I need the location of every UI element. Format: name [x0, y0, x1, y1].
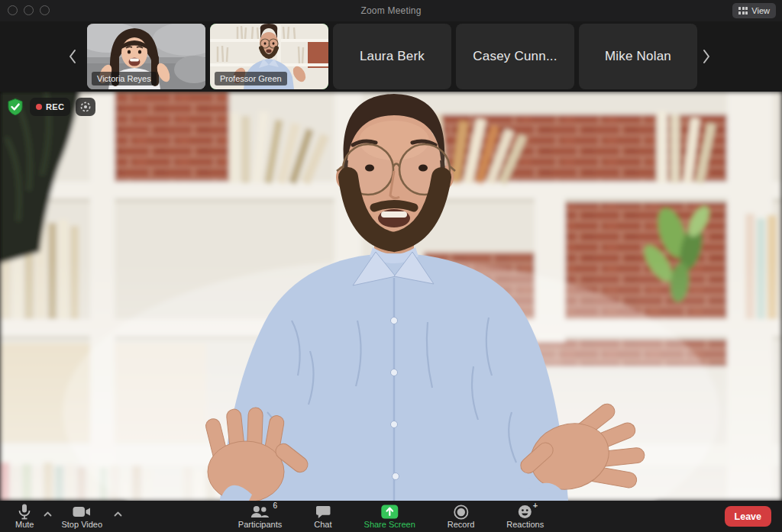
- chevron-right-icon: [702, 49, 711, 64]
- view-button-label: View: [751, 6, 770, 15]
- participant-tile-casey-cunn[interactable]: Casey Cunn...: [456, 24, 574, 89]
- focus-mode-badge[interactable]: [76, 98, 95, 116]
- window-titlebar: Zoom Meeting View: [0, 0, 782, 21]
- participant-filmstrip: Victoria Reyes: [0, 21, 782, 92]
- mute-label: Mute: [15, 520, 34, 529]
- record-button[interactable]: Record: [448, 504, 474, 529]
- chat-label: Chat: [314, 520, 331, 529]
- stop-video-button[interactable]: Stop Video: [61, 504, 102, 529]
- filmstrip-prev-button[interactable]: [63, 21, 82, 92]
- video-options-caret[interactable]: [114, 506, 122, 520]
- participant-name-label: Professor Green: [215, 72, 287, 85]
- participants-icon: [250, 505, 270, 519]
- share-screen-label: Share Screen: [364, 520, 415, 529]
- encryption-badge[interactable]: [6, 98, 24, 116]
- main-video-feed: [0, 92, 782, 501]
- participant-tile-laura-berk[interactable]: Laura Berk: [333, 24, 451, 89]
- stop-video-label: Stop Video: [61, 520, 102, 529]
- chat-button[interactable]: Chat: [314, 504, 331, 529]
- maximize-button[interactable]: [40, 5, 50, 15]
- reactions-label: Reactions: [506, 520, 544, 529]
- recording-label: REC: [46, 102, 64, 111]
- participant-name: Casey Cunn...: [473, 49, 557, 64]
- chevron-left-icon: [68, 49, 77, 64]
- filmstrip-tiles: Victoria Reyes: [87, 24, 697, 89]
- share-screen-icon: [381, 505, 399, 519]
- traffic-lights: [8, 5, 50, 15]
- focus-icon: [79, 101, 92, 113]
- active-speaker-video: REC: [0, 92, 782, 501]
- meeting-toolbar: Mute Stop Video: [0, 501, 782, 532]
- view-layout-icon: [738, 7, 748, 15]
- record-label: Record: [448, 520, 474, 529]
- filmstrip-next-button[interactable]: [696, 21, 716, 92]
- minimize-button[interactable]: [24, 5, 34, 15]
- meeting-status-badges: REC: [6, 98, 95, 116]
- reactions-smiley-icon: [518, 505, 532, 519]
- chevron-up-icon: [114, 511, 122, 517]
- zoom-meeting-window: Zoom Meeting View: [0, 0, 782, 532]
- microphone-icon: [18, 504, 31, 520]
- shield-check-icon: [6, 98, 24, 116]
- video-camera-icon: [73, 506, 91, 517]
- window-title: Zoom Meeting: [0, 5, 782, 16]
- mute-button[interactable]: Mute: [15, 504, 34, 529]
- close-button[interactable]: [8, 5, 18, 15]
- mute-options-caret[interactable]: [44, 506, 52, 520]
- participant-name: Mike Nolan: [605, 49, 671, 64]
- record-icon: [454, 505, 469, 520]
- participant-tile-victoria-reyes[interactable]: Victoria Reyes: [87, 24, 205, 89]
- participant-tile-mike-nolan[interactable]: Mike Nolan: [579, 24, 697, 89]
- participants-button[interactable]: 6 Participants: [238, 504, 282, 529]
- record-dot-icon: [36, 104, 42, 110]
- toolbar-left-group: Mute Stop Video: [15, 504, 102, 529]
- view-button[interactable]: View: [732, 3, 776, 18]
- participant-name-label: Victoria Reyes: [92, 72, 157, 85]
- participants-count-badge: 6: [273, 501, 277, 510]
- participants-label: Participants: [238, 520, 282, 529]
- chat-bubble-icon: [315, 505, 330, 519]
- leave-button[interactable]: Leave: [725, 506, 771, 527]
- chevron-up-icon: [44, 511, 52, 517]
- toolbar-center-group: 6 Participants Chat: [238, 504, 544, 529]
- reactions-button[interactable]: + Reactions: [506, 504, 544, 529]
- participant-name: Laura Berk: [360, 49, 425, 64]
- share-screen-button[interactable]: Share Screen: [364, 504, 415, 529]
- reactions-plus-badge: +: [533, 501, 538, 510]
- participant-tile-professor-green[interactable]: Professor Green: [210, 24, 328, 89]
- recording-indicator[interactable]: REC: [30, 98, 70, 116]
